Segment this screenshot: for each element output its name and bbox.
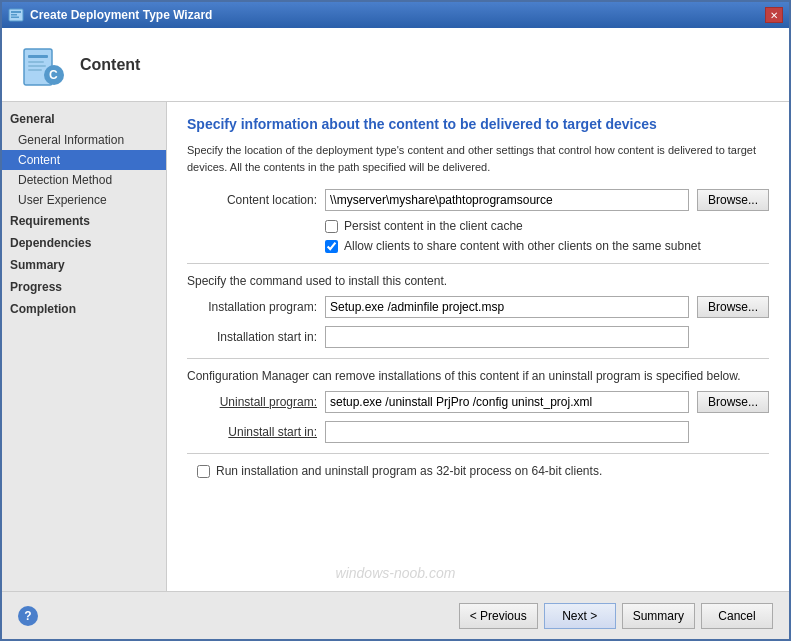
- installation-program-input[interactable]: [325, 296, 689, 318]
- content-location-label: Content location:: [187, 193, 317, 207]
- 32bit-checkbox-row: Run installation and uninstall program a…: [197, 464, 769, 478]
- svg-rect-8: [28, 69, 42, 71]
- content-location-row: Content location: Browse...: [187, 189, 769, 211]
- svg-rect-3: [11, 17, 19, 19]
- divider-1: [187, 263, 769, 264]
- 32bit-label: Run installation and uninstall program a…: [216, 464, 602, 478]
- persist-content-checkbox[interactable]: [325, 220, 338, 233]
- uninstall-start-label: Uninstall start in:: [187, 425, 317, 439]
- title-bar: Create Deployment Type Wizard ✕: [2, 2, 789, 28]
- svg-rect-7: [28, 65, 46, 67]
- svg-text:C: C: [49, 68, 58, 82]
- uninstall-program-input[interactable]: [325, 391, 689, 413]
- sidebar-section-general: General: [2, 108, 166, 130]
- help-button[interactable]: ?: [18, 606, 38, 626]
- previous-button[interactable]: < Previous: [459, 603, 538, 629]
- svg-rect-5: [28, 55, 48, 58]
- installation-start-row: Installation start in:: [187, 326, 769, 348]
- installation-program-row: Installation program: Browse...: [187, 296, 769, 318]
- sidebar: General General Information Content Dete…: [2, 102, 167, 591]
- installation-program-label: Installation program:: [187, 300, 317, 314]
- sidebar-item-general-information[interactable]: General Information: [2, 130, 166, 150]
- share-content-checkbox-row: Allow clients to share content with othe…: [325, 239, 769, 253]
- uninstall-program-browse-button[interactable]: Browse...: [697, 391, 769, 413]
- persist-content-label: Persist content in the client cache: [344, 219, 523, 233]
- divider-2: [187, 358, 769, 359]
- sidebar-section-completion: Completion: [2, 298, 166, 320]
- sidebar-section-progress: Progress: [2, 276, 166, 298]
- sidebar-section-dependencies: Dependencies: [2, 232, 166, 254]
- uninstall-start-input[interactable]: [325, 421, 689, 443]
- uninstall-section-text: Configuration Manager can remove install…: [187, 369, 769, 383]
- divider-3: [187, 453, 769, 454]
- footer-buttons: < Previous Next > Summary Cancel: [459, 603, 773, 629]
- 32bit-checkbox[interactable]: [197, 465, 210, 478]
- svg-rect-1: [11, 11, 21, 13]
- header-area: C Content: [2, 28, 789, 102]
- header-title: Content: [80, 56, 140, 74]
- svg-rect-6: [28, 61, 44, 63]
- content-description: Specify the location of the deployment t…: [187, 142, 769, 175]
- install-section-text: Specify the command used to install this…: [187, 274, 769, 288]
- wizard-icon: [8, 7, 24, 23]
- close-button[interactable]: ✕: [765, 7, 783, 23]
- content-title: Specify information about the content to…: [187, 116, 769, 132]
- content-area: Specify information about the content to…: [167, 102, 789, 591]
- header-icon: C: [18, 41, 66, 89]
- content-location-browse-button[interactable]: Browse...: [697, 189, 769, 211]
- sidebar-section-requirements: Requirements: [2, 210, 166, 232]
- cancel-button[interactable]: Cancel: [701, 603, 773, 629]
- next-button[interactable]: Next >: [544, 603, 616, 629]
- svg-rect-2: [11, 14, 17, 16]
- uninstall-start-row: Uninstall start in:: [187, 421, 769, 443]
- uninstall-program-label: Uninstall program:: [187, 395, 317, 409]
- footer: ? < Previous Next > Summary Cancel: [2, 591, 789, 639]
- uninstall-program-row: Uninstall program: Browse...: [187, 391, 769, 413]
- content-location-input[interactable]: [325, 189, 689, 211]
- installation-program-browse-button[interactable]: Browse...: [697, 296, 769, 318]
- main-area: General General Information Content Dete…: [2, 102, 789, 591]
- share-content-label: Allow clients to share content with othe…: [344, 239, 701, 253]
- installation-start-label: Installation start in:: [187, 330, 317, 344]
- sidebar-item-user-experience[interactable]: User Experience: [2, 190, 166, 210]
- sidebar-section-summary: Summary: [2, 254, 166, 276]
- sidebar-item-detection-method[interactable]: Detection Method: [2, 170, 166, 190]
- footer-left: ?: [18, 606, 38, 626]
- persist-content-checkbox-row: Persist content in the client cache: [325, 219, 769, 233]
- summary-button[interactable]: Summary: [622, 603, 695, 629]
- installation-start-input[interactable]: [325, 326, 689, 348]
- title-bar-left: Create Deployment Type Wizard: [8, 7, 212, 23]
- sidebar-item-content[interactable]: Content: [2, 150, 166, 170]
- title-bar-text: Create Deployment Type Wizard: [30, 8, 212, 22]
- share-content-checkbox[interactable]: [325, 240, 338, 253]
- wizard-window: Create Deployment Type Wizard ✕ C Conten…: [0, 0, 791, 641]
